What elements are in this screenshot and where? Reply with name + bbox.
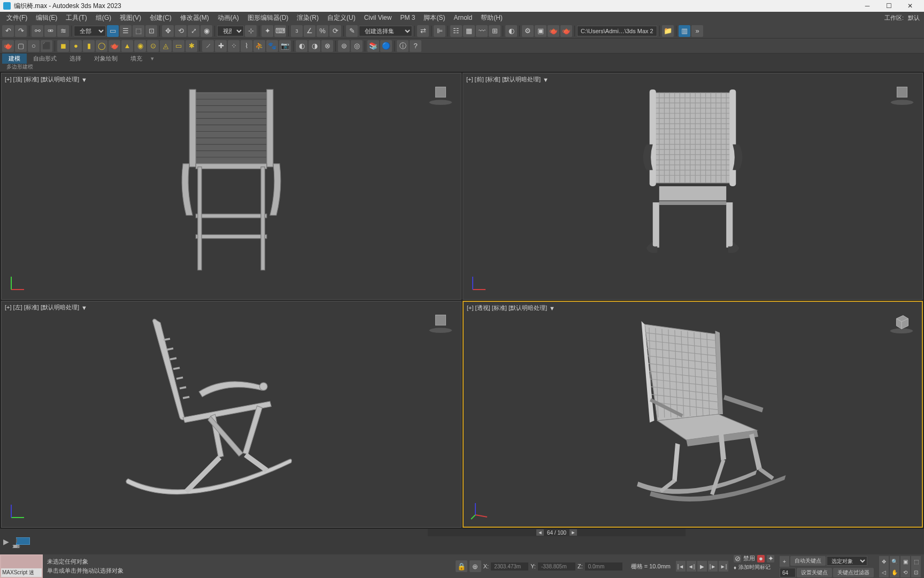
zoom-button[interactable]: 🔍 [890,556,899,567]
tab-selection[interactable]: 选择 [63,54,88,64]
menu-help[interactable]: 帮助(H) [476,12,507,24]
select-place-button[interactable]: ◉ [201,25,212,37]
tab-populate[interactable]: 填充 [124,54,149,64]
render-iteration-button[interactable]: 🫖 [560,25,572,37]
teapot-dark-icon[interactable]: 🫖 [2,40,14,52]
sphere-yellow-icon[interactable]: ● [70,40,82,52]
menu-pm3[interactable]: PM 3 [396,13,419,22]
rec-icon[interactable]: ● [757,555,765,562]
autokey-button[interactable]: 自动关键点 [790,556,826,566]
lock-selection-icon[interactable]: 🔒 [456,560,467,572]
menu-tools[interactable]: 工具(T) [61,12,91,24]
plane-yellow-icon[interactable]: ▭ [173,40,184,52]
tab-object-paint[interactable]: 对象绘制 [88,54,124,64]
viewport-perspective[interactable]: [+] [透视] [标准] [默认明暗处理] ▼ [463,301,923,528]
tab-freeform[interactable]: 自由形式 [27,54,63,64]
key-target-dropdown[interactable]: 选定对象 [827,556,867,566]
select-rotate-button[interactable]: ⟲ [175,25,187,37]
spacewarp-icon[interactable]: ⌇ [241,40,252,52]
help-icon[interactable]: ? [410,40,421,52]
redo-button[interactable]: ↷ [15,25,27,37]
goto-end-button[interactable]: ►| [719,561,728,572]
menu-view[interactable]: 视图(V) [116,12,145,24]
sphere-icon[interactable]: ○ [28,40,40,52]
pyramid-yellow-icon[interactable]: ◬ [160,40,172,52]
selection-filter-dropdown[interactable]: 全部 [74,26,106,36]
arnold-proc-icon[interactable]: ⊗ [321,40,333,52]
menu-file[interactable]: 文件(F) [2,12,32,24]
helper-icon[interactable]: ✚ [215,40,227,52]
mirror-button[interactable]: ⇄ [417,25,429,37]
set-project-button[interactable]: 📁 [662,25,674,37]
edit-named-sel-button[interactable]: ✎ [346,25,358,37]
project-folder-input[interactable] [577,26,657,36]
menu-civil-view[interactable]: Civil View [360,13,396,22]
angle-snap-button[interactable]: ∠ [304,25,315,37]
torus-yellow-icon[interactable]: ◯ [96,40,107,52]
box-yellow-icon[interactable]: ◼ [57,40,69,52]
viewcube-front[interactable] [889,81,915,107]
set-key-button[interactable]: + [780,556,789,567]
disable-label[interactable]: 禁用 [743,554,755,562]
cylinder-icon[interactable]: ⬛ [41,40,52,52]
menu-customize[interactable]: 自定义(U) [323,12,360,24]
menu-group[interactable]: 组(G) [91,12,116,24]
frame-next-button[interactable]: ► [569,529,577,536]
keyfilter-button[interactable]: 关键点过滤器 [833,568,874,577]
command-panel-toggle[interactable]: ▥ [679,25,690,37]
unlink-button[interactable]: ⚮ [44,25,56,37]
prev-frame-button[interactable]: ◄| [687,561,696,572]
workspace-value[interactable]: 默认 [906,14,922,22]
arnold-sky-icon[interactable]: ◑ [309,40,320,52]
cylinder-yellow-icon[interactable]: ▮ [83,40,95,52]
percent-snap-button[interactable]: % [317,25,328,37]
viewcube-left[interactable] [428,309,453,334]
named-sel-dropdown[interactable]: 创建选择集 [359,26,412,36]
align-button[interactable]: ⊫ [434,25,445,37]
curve-editor-button[interactable]: 〰 [476,25,488,37]
select-scale-button[interactable]: ⤢ [188,25,199,37]
arnold-light-icon[interactable]: ◐ [296,40,307,52]
teapot-yellow-icon[interactable]: 🫖 [109,40,120,52]
keyboard-shortcut-button[interactable]: ⌨ [274,25,286,37]
viewcube-persp[interactable] [889,309,914,335]
orbit-button[interactable]: ⟲ [900,567,910,577]
select-object-button[interactable]: ▭ [107,25,119,37]
render-setup-button[interactable]: ⚙ [522,25,534,37]
menu-graph-editors[interactable]: 图形编辑器(D) [243,12,293,24]
pan-view-button[interactable]: ✥ [879,556,889,567]
render-frame-button[interactable]: ▣ [535,25,546,37]
substance-icon[interactable]: 🔵 [380,40,392,52]
snap-2d-button[interactable]: 3 [291,25,303,37]
select-move-button[interactable]: ✥ [162,25,174,37]
viewport-front[interactable]: [+] [前] [标准] [默认明暗处理] ▼ [463,73,923,300]
max-toggle-button[interactable]: ⊡ [911,567,921,577]
select-region-button[interactable]: ⬚ [133,25,144,37]
pan-button[interactable]: ✋ [890,567,899,577]
ref-coord-dropdown[interactable]: 视图 [217,26,244,36]
menu-edit[interactable]: 编辑(E) [32,12,61,24]
disable-icon[interactable]: ⊘ [734,555,741,562]
vray-icon[interactable]: ⊚ [338,40,350,52]
ribbon-chevron-icon[interactable]: ▾ [151,55,154,62]
window-crossing-button[interactable]: ⊡ [145,25,157,37]
setkey-button[interactable]: 设置关键点 [797,568,832,577]
menu-animation[interactable]: 动画(A) [213,12,243,24]
bone-icon[interactable]: ⟋ [202,40,214,52]
layer-explorer-button[interactable]: ☷ [450,25,462,37]
render-production-button[interactable]: 🫖 [548,25,559,37]
maximize-button[interactable]: ☐ [878,0,899,12]
y-value[interactable]: -338.805m [538,562,575,571]
geosphere-yellow-icon[interactable]: ◉ [134,40,146,52]
zoom-region-button[interactable]: ⬚ [911,556,921,567]
tab-modeling[interactable]: 建模 [2,54,27,64]
material-editor-button[interactable]: ◐ [505,25,517,37]
close-button[interactable]: ✕ [899,0,921,12]
bind-spacewarp-button[interactable]: ≋ [57,25,69,37]
menu-scripting[interactable]: 脚本(S) [419,12,449,24]
light-icon[interactable]: ✱ [186,40,197,52]
zoom-extents-button[interactable]: ▣ [900,556,910,567]
current-frame-input[interactable] [780,568,796,577]
viewport-top[interactable]: [+] [顶] [标准] [默认明暗处理] ▼ [1,73,461,300]
play-button[interactable]: ▶ [697,561,707,572]
